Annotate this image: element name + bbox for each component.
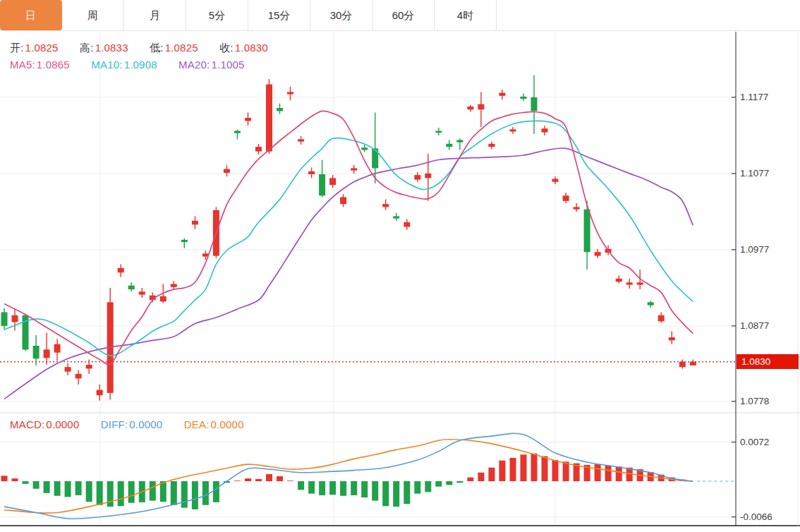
tab-period-7[interactable]: 60分 <box>372 0 435 30</box>
tab-period-5[interactable]: 15分 <box>248 0 310 30</box>
close-label: 收: <box>219 42 234 54</box>
high-label: 高: <box>80 42 94 54</box>
tab-period-3[interactable]: 月 <box>124 0 186 30</box>
ma10-value: 1.0908 <box>124 59 157 71</box>
ma20-value: 1.1005 <box>211 59 244 71</box>
macd-label: MACD: <box>10 418 44 430</box>
price-tick: 1.1177 <box>740 92 768 102</box>
close-value: 1.0830 <box>235 42 268 54</box>
price-tick: 1.0778 <box>740 396 769 406</box>
macd-tick: 0.0072 <box>740 437 769 447</box>
ma10-label: MA10: <box>91 59 122 71</box>
macd-tick: -0.0066 <box>740 512 772 522</box>
ma5-label: MA5: <box>10 59 35 71</box>
tab-period-4[interactable]: 5分 <box>186 0 248 30</box>
tab-period-6[interactable]: 30分 <box>310 0 372 30</box>
last-price-tag: 1.0830 <box>737 354 799 369</box>
chart-canvas[interactable] <box>0 0 800 532</box>
open-value: 1.0825 <box>25 42 59 54</box>
dea-label: DEA: <box>184 418 210 430</box>
macd-header: MACD:0.0000 DIFF:0.0000 DEA:0.0000 <box>10 418 246 430</box>
period-tabbar: 日周月5分15分30分60分4时 <box>0 0 800 31</box>
ma5-value: 1.0865 <box>37 59 70 71</box>
kline-chart-app: 日周月5分15分30分60分4时 开:1.0825 高:1.0833 低:1.0… <box>0 0 800 532</box>
dea-value: 0.0000 <box>211 418 244 430</box>
open-label: 开: <box>10 42 24 54</box>
ma20-label: MA20: <box>178 59 210 71</box>
ohlc-header: 开:1.0825 高:1.0833 低:1.0825 收:1.0830 <box>10 42 269 55</box>
ma-header: MA5:1.0865 MA10:1.0908 MA20:1.1005 <box>10 59 246 71</box>
macd-value: 0.0000 <box>46 418 79 430</box>
price-tick: 1.0977 <box>740 244 769 255</box>
tab-period-8[interactable]: 4时 <box>435 0 497 30</box>
price-tick: 1.1077 <box>740 168 769 179</box>
low-value: 1.0825 <box>165 42 198 54</box>
diff-value: 0.0000 <box>129 418 162 430</box>
high-value: 1.0833 <box>95 42 128 54</box>
diff-label: DIFF: <box>101 418 128 430</box>
tab-period-2[interactable]: 周 <box>62 0 124 30</box>
price-tick: 1.0877 <box>740 320 769 331</box>
low-label: 低: <box>150 42 164 54</box>
tab-period-1[interactable]: 日 <box>0 0 62 30</box>
